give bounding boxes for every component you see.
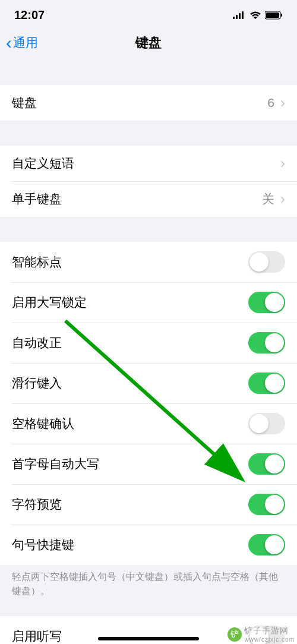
- back-label: 通用: [13, 34, 38, 51]
- toggle-switch[interactable]: [248, 534, 285, 555]
- row-label: 单手键盘: [12, 191, 62, 207]
- status-bar: 12:07: [0, 0, 297, 28]
- page-title: 键盘: [135, 34, 162, 52]
- row-label: 空格键确认: [12, 415, 74, 432]
- signal-icon: [233, 11, 246, 20]
- row-label: 自定义短语: [12, 155, 74, 172]
- home-indicator: [98, 637, 199, 640]
- row-toggle: 滑行键入: [0, 363, 297, 403]
- row-label: 字符预览: [12, 496, 62, 513]
- row-toggle: 句号快捷键: [0, 525, 297, 565]
- row-toggle: 首字母自动大写: [0, 444, 297, 484]
- wifi-icon: [249, 11, 261, 20]
- row-label: 滑行键入: [12, 375, 62, 392]
- row-toggle: 字符预览: [0, 484, 297, 525]
- nav-bar: ‹ 通用 键盘: [0, 28, 297, 60]
- status-time: 12:07: [14, 8, 45, 22]
- status-indicators: [233, 11, 283, 20]
- footer-note: 轻点两下空格键插入句号（中文键盘）或插入句点与空格（其他键盘）。: [0, 565, 297, 603]
- svg-rect-0: [233, 17, 235, 19]
- toggle-switch[interactable]: [248, 494, 285, 515]
- svg-rect-3: [242, 11, 244, 19]
- row-one-hand[interactable]: 单手键盘 关 ›: [0, 181, 297, 217]
- row-value: 6: [267, 96, 274, 110]
- svg-rect-5: [266, 12, 279, 18]
- row-toggle: 空格键确认: [0, 403, 297, 444]
- row-label: 句号快捷键: [12, 536, 74, 553]
- chevron-left-icon: ‹: [6, 34, 12, 52]
- row-label: 键盘: [12, 94, 37, 111]
- watermark-url: www/czjxjc.com: [244, 636, 295, 643]
- watermark-text: 铲子手游网: [244, 626, 295, 636]
- toggle-switch[interactable]: [248, 453, 285, 475]
- row-keyboards[interactable]: 键盘 6 ›: [0, 85, 297, 121]
- row-toggle: 启用大写锁定: [0, 282, 297, 323]
- row-toggle: 自动改正: [0, 323, 297, 363]
- row-value: 关: [262, 191, 274, 207]
- toggle-switch[interactable]: [248, 413, 285, 434]
- toggle-switch[interactable]: [248, 251, 285, 273]
- chevron-right-icon: ›: [280, 155, 285, 172]
- row-label: 智能标点: [12, 254, 62, 270]
- chevron-right-icon: ›: [280, 94, 285, 111]
- watermark: 铲子手游网 www/czjxjc.com: [228, 626, 295, 643]
- watermark-icon: [228, 627, 242, 642]
- svg-rect-1: [236, 15, 238, 19]
- row-label: 启用大写锁定: [12, 294, 87, 311]
- row-toggle: 智能标点: [0, 242, 297, 282]
- svg-rect-6: [281, 14, 282, 17]
- toggle-switch[interactable]: [248, 292, 285, 313]
- row-phrases[interactable]: 自定义短语 ›: [0, 146, 297, 181]
- toggle-switch[interactable]: [248, 372, 285, 394]
- chevron-right-icon: ›: [280, 191, 285, 207]
- svg-rect-2: [239, 13, 241, 19]
- battery-icon: [265, 11, 283, 20]
- toggle-switch[interactable]: [248, 332, 285, 353]
- back-button[interactable]: ‹ 通用: [6, 34, 38, 52]
- row-label: 自动改正: [12, 334, 62, 351]
- row-label: 首字母自动大写: [12, 456, 99, 472]
- row-label: 启用听写: [12, 628, 62, 644]
